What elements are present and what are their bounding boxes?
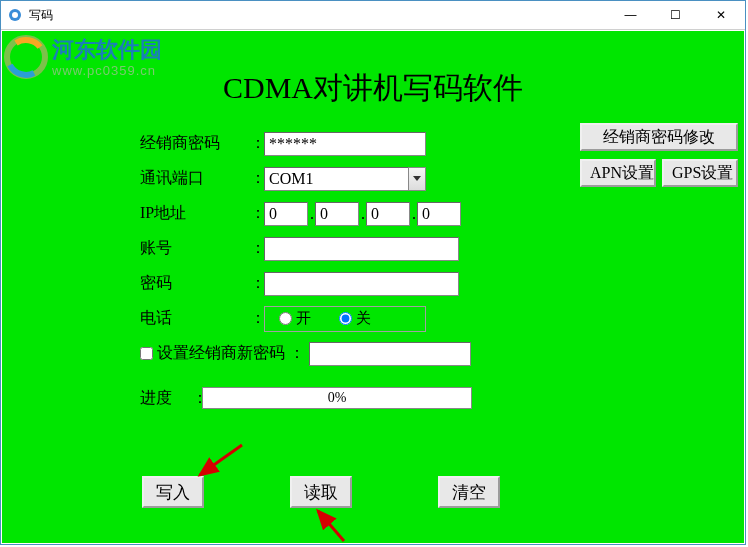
dealer-pwd-input[interactable] bbox=[264, 132, 426, 156]
maximize-button[interactable]: ☐ bbox=[653, 1, 698, 29]
label-phone: 电话 bbox=[140, 308, 250, 329]
label-password: 密码 bbox=[140, 273, 250, 294]
titlebar: 写码 — ☐ ✕ bbox=[1, 1, 745, 30]
minimize-button[interactable]: — bbox=[608, 1, 653, 29]
clear-button[interactable]: 清空 bbox=[438, 476, 500, 508]
gps-settings-button[interactable]: GPS设置 bbox=[662, 159, 738, 187]
port-select[interactable] bbox=[264, 167, 426, 191]
ip-octet-1[interactable] bbox=[264, 202, 308, 226]
label-account: 账号 bbox=[140, 238, 250, 259]
client-area: 河东软件园 www.pc0359.cn CDMA对讲机写码软件 经销商密码 ： … bbox=[2, 31, 744, 543]
label-dealer-pwd: 经销商密码 bbox=[140, 133, 250, 154]
read-button[interactable]: 读取 bbox=[290, 476, 352, 508]
svg-text:河东软件园: 河东软件园 bbox=[51, 37, 162, 62]
window-title: 写码 bbox=[29, 7, 53, 24]
radio-on[interactable] bbox=[279, 312, 292, 325]
close-button[interactable]: ✕ bbox=[698, 1, 743, 29]
label-ip: IP地址 bbox=[140, 203, 250, 224]
svg-point-1 bbox=[12, 12, 18, 18]
modify-dealer-pwd-button[interactable]: 经销商密码修改 bbox=[580, 123, 738, 151]
port-value[interactable] bbox=[264, 167, 408, 191]
progress-value: 0% bbox=[328, 390, 347, 406]
ip-octet-3[interactable] bbox=[366, 202, 410, 226]
svg-marker-5 bbox=[413, 176, 421, 181]
label-new-dealer-pwd: 设置经销商新密码 bbox=[157, 343, 285, 364]
radio-on-label[interactable]: 开 bbox=[279, 309, 311, 328]
port-dropdown-icon[interactable] bbox=[408, 167, 426, 191]
set-new-dealer-pwd-checkbox[interactable] bbox=[140, 347, 153, 360]
write-button[interactable]: 写入 bbox=[142, 476, 204, 508]
radio-off-label[interactable]: 关 bbox=[339, 309, 371, 328]
main-title: CDMA对讲机写码软件 bbox=[2, 68, 744, 109]
new-dealer-pwd-input[interactable] bbox=[309, 342, 471, 366]
arrow-annotation-icon bbox=[308, 505, 358, 547]
radio-off[interactable] bbox=[339, 312, 352, 325]
password-input[interactable] bbox=[264, 272, 459, 296]
app-icon bbox=[7, 7, 23, 23]
ip-octet-4[interactable] bbox=[417, 202, 461, 226]
progress-bar: 0% bbox=[202, 387, 472, 409]
phone-radio-group: 开 关 bbox=[264, 306, 426, 332]
label-progress: 进度 bbox=[140, 388, 192, 409]
account-input[interactable] bbox=[264, 237, 459, 261]
apn-settings-button[interactable]: APN设置 bbox=[580, 159, 656, 187]
label-port: 通讯端口 bbox=[140, 168, 250, 189]
ip-octet-2[interactable] bbox=[315, 202, 359, 226]
